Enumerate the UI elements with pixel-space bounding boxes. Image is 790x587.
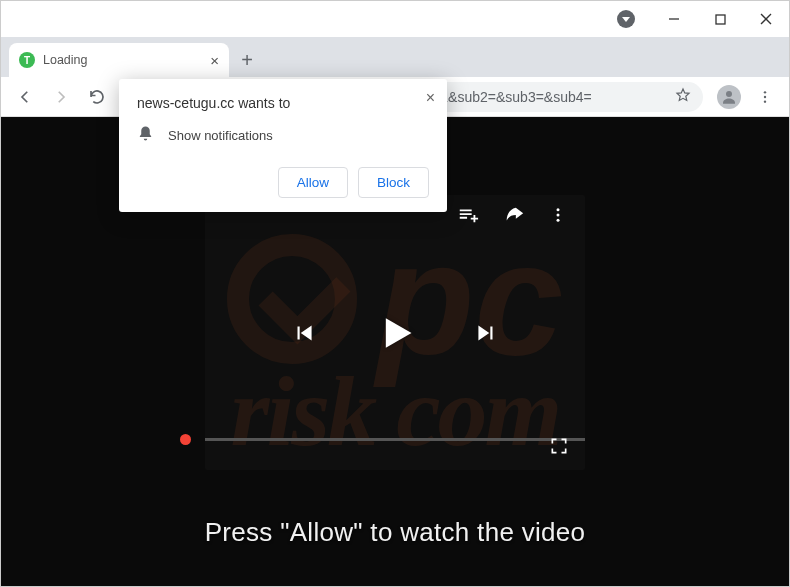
svg-point-6 bbox=[764, 95, 766, 97]
browser-menu-icon[interactable] bbox=[749, 81, 781, 113]
video-progress-bar[interactable] bbox=[205, 438, 585, 441]
permission-title: news-cetugu.cc wants to bbox=[137, 95, 429, 111]
maximize-button[interactable] bbox=[697, 1, 743, 37]
share-icon[interactable] bbox=[503, 204, 525, 230]
close-popup-icon[interactable]: × bbox=[426, 89, 435, 107]
play-button-icon[interactable] bbox=[373, 311, 417, 359]
more-options-icon[interactable] bbox=[549, 206, 567, 228]
progress-handle[interactable] bbox=[180, 434, 191, 445]
fullscreen-icon[interactable] bbox=[549, 436, 569, 460]
browser-window: T Loading × + news-cetugu.cc/39/?site=80… bbox=[0, 0, 790, 587]
permission-row: Show notifications bbox=[137, 125, 429, 145]
notification-permission-popup: × news-cetugu.cc wants to Show notificat… bbox=[119, 79, 447, 212]
tab-favicon: T bbox=[19, 52, 35, 68]
tab-strip: T Loading × + bbox=[1, 37, 789, 77]
svg-point-10 bbox=[557, 219, 560, 222]
video-player bbox=[205, 195, 585, 470]
close-window-button[interactable] bbox=[743, 1, 789, 37]
allow-button[interactable]: Allow bbox=[278, 167, 348, 198]
playlist-add-icon[interactable] bbox=[457, 204, 479, 230]
permission-label: Show notifications bbox=[168, 128, 273, 143]
bell-icon bbox=[137, 125, 154, 145]
page-caption: Press "Allow" to watch the video bbox=[1, 517, 789, 548]
browser-menu-dropdown-icon[interactable] bbox=[617, 10, 635, 28]
close-tab-icon[interactable]: × bbox=[210, 52, 219, 69]
next-track-icon[interactable] bbox=[473, 320, 499, 350]
browser-tab[interactable]: T Loading × bbox=[9, 43, 229, 77]
minimize-button[interactable] bbox=[651, 1, 697, 37]
svg-rect-1 bbox=[716, 15, 725, 24]
svg-point-9 bbox=[557, 214, 560, 217]
svg-point-8 bbox=[557, 208, 560, 211]
svg-point-4 bbox=[726, 91, 732, 97]
svg-point-7 bbox=[764, 100, 766, 102]
tab-title: Loading bbox=[43, 53, 88, 67]
previous-track-icon[interactable] bbox=[291, 320, 317, 350]
back-button[interactable] bbox=[9, 81, 41, 113]
forward-button[interactable] bbox=[45, 81, 77, 113]
window-titlebar bbox=[1, 1, 789, 37]
svg-point-5 bbox=[764, 91, 766, 93]
bookmark-star-icon[interactable] bbox=[675, 87, 691, 106]
reload-button[interactable] bbox=[81, 81, 113, 113]
block-button[interactable]: Block bbox=[358, 167, 429, 198]
profile-avatar-icon[interactable] bbox=[717, 85, 741, 109]
new-tab-button[interactable]: + bbox=[233, 46, 261, 74]
